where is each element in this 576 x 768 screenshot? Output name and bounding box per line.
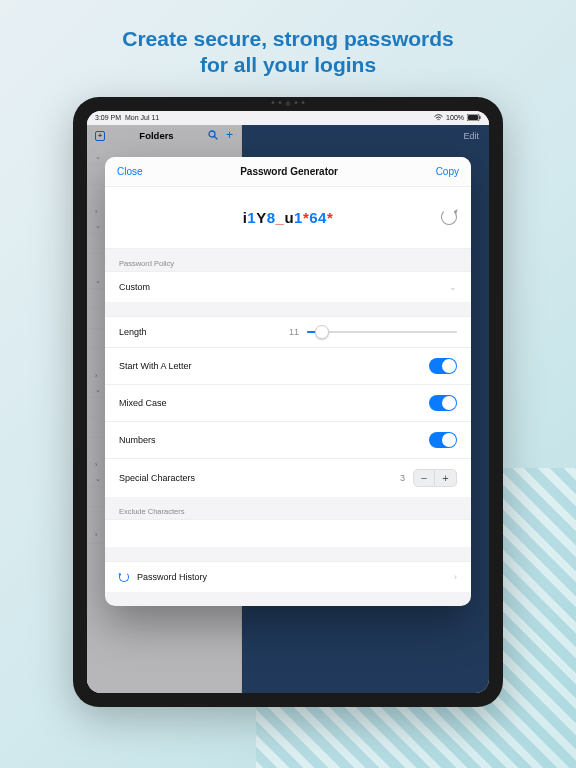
special-stepper: − + <box>413 469 457 487</box>
modal-title: Password Generator <box>240 166 338 177</box>
close-button[interactable]: Close <box>117 166 143 177</box>
battery-percent: 100% <box>446 114 464 121</box>
status-time: 3:09 PM Mon Jul 11 <box>95 114 159 121</box>
history-icon <box>119 572 129 582</box>
password-generator-modal: Close Password Generator Copy i1Y8_u1*64… <box>105 157 471 606</box>
password-history-row[interactable]: Password History › <box>105 561 471 592</box>
special-count: 3 <box>400 473 413 483</box>
copy-button[interactable]: Copy <box>436 166 459 177</box>
policy-selector[interactable]: Custom ⌄ <box>105 271 471 302</box>
headline-line1: Create secure, strong passwords <box>122 27 453 50</box>
mixed-case-row: Mixed Case <box>105 384 471 421</box>
stepper-plus-button[interactable]: + <box>435 469 457 487</box>
stepper-minus-button[interactable]: − <box>413 469 435 487</box>
svg-rect-1 <box>468 115 478 120</box>
regenerate-icon[interactable] <box>441 209 457 225</box>
generated-password: i1Y8_u1*64* <box>243 209 334 226</box>
headline-line2: for all your logins <box>200 53 376 76</box>
wifi-icon <box>434 114 443 122</box>
numbers-toggle[interactable] <box>429 432 457 448</box>
start-with-letter-toggle[interactable] <box>429 358 457 374</box>
tablet-frame: 3:09 PM Mon Jul 11 100% Folders <box>73 97 503 707</box>
marketing-headline: Create secure, strong passwords for all … <box>0 0 576 97</box>
length-label: Length <box>119 327 147 337</box>
status-bar: 3:09 PM Mon Jul 11 100% <box>87 111 489 125</box>
screen: 3:09 PM Mon Jul 11 100% Folders <box>87 111 489 693</box>
battery-icon <box>467 114 481 122</box>
special-characters-row: Special Characters 3 − + <box>105 458 471 497</box>
exclude-characters-row[interactable] <box>105 519 471 547</box>
start-with-letter-row: Start With A Letter <box>105 347 471 384</box>
length-value: 11 <box>289 327 307 337</box>
policy-section-label: Password Policy <box>105 249 471 271</box>
chevron-right-icon: › <box>454 572 457 582</box>
svg-rect-2 <box>479 116 480 119</box>
exclude-section-label: Exclude Characters <box>105 497 471 519</box>
length-slider[interactable] <box>307 331 457 333</box>
length-row: Length 11 <box>105 316 471 347</box>
chevron-down-icon: ⌄ <box>449 282 457 292</box>
numbers-row: Numbers <box>105 421 471 458</box>
mixed-case-toggle[interactable] <box>429 395 457 411</box>
